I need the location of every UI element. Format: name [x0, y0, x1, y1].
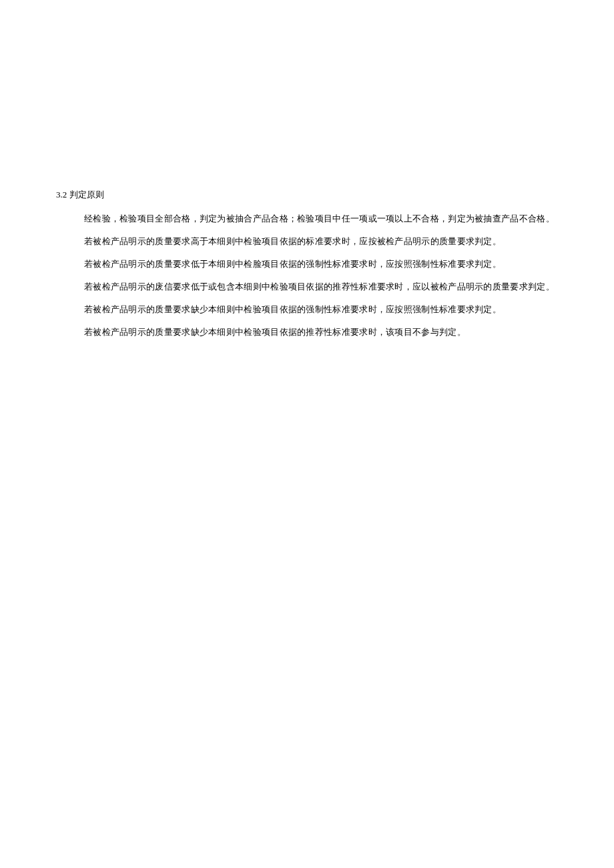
paragraph: 若被检产品明示的质量要求缺少本细则中检验项目依据的强制性标准要求时，应按照强制性… — [84, 302, 587, 317]
section-heading: 3.2 判定原则 — [56, 188, 587, 202]
paragraph: 若被检产品明示的废信要求低于或包含本细则中检验项目依据的推荐性标准要求时，应以被… — [84, 280, 587, 294]
paragraph: 若被检产品明示的质量要求缺少本细则中检验项目依据的推荐性标准要求时，该项目不参与… — [84, 325, 587, 340]
document-content: 3.2 判定原则 经检验，检验项目全部合格，判定为被抽合产品合格；检验项目中任一… — [56, 188, 587, 348]
paragraph: 若被检产品明示的质量要求高于本细则中检验项目依据的标准要求时，应按被检产品明示的… — [84, 234, 587, 249]
paragraph: 若被检产品明示的质量要求低于本细则中检脸项目依据的强制性标准要求时，应按照强制性… — [84, 257, 587, 272]
paragraph: 经检验，检验项目全部合格，判定为被抽合产品合格；检验项目中任一项或一项以上不合格… — [84, 211, 587, 226]
